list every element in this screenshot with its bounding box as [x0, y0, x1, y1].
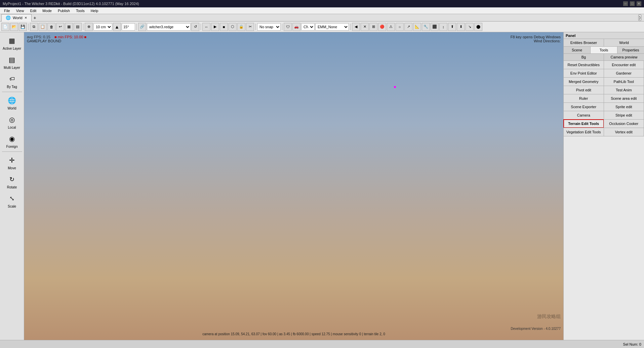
tb-extra-7[interactable]: ↗ — [404, 23, 412, 31]
menu-publish[interactable]: Publish — [55, 8, 73, 13]
tb-extra-8[interactable]: 📐 — [413, 23, 421, 31]
sidebar-multi-layer[interactable]: ▤ Multi Layer — [1, 53, 23, 71]
panel-tab-entities-browser[interactable]: Entities Browser — [564, 39, 604, 46]
tab-world[interactable]: 🌐 World ✕ — [1, 14, 32, 21]
panel-subtab-bg[interactable]: Bg — [564, 54, 604, 60]
entities-browser-label: Entities Browser — [570, 41, 597, 45]
sidebar-by-tag[interactable]: 🏷 By Tag — [1, 72, 23, 90]
panel-btn-merged-geometry[interactable]: Merged Geometry — [563, 77, 604, 86]
snap-toggle[interactable]: 🔒 — [237, 23, 245, 31]
panel-btn-encounter-edit[interactable]: Encounter edit — [604, 60, 644, 69]
panel-btn-occlusion-cooker[interactable]: Occlusion Cooker — [604, 119, 644, 128]
maximize-button[interactable]: □ — [630, 1, 635, 6]
separator-1 — [28, 24, 29, 30]
panel-subtabs: Scene Tools Properties — [564, 47, 644, 54]
sidebar-rotate[interactable]: ↻ Rotate — [1, 172, 23, 191]
toolbar: 📄 📂 💾 ⧉ 📋 🗑 ↩ ▦ ▤ ⊕ 10 cm 50 cm 1 m ▲ 🔗 … — [0, 21, 644, 32]
menu-file[interactable]: File — [1, 8, 13, 13]
viewport[interactable]: avg FPS: 0.15 ■ min FPS: 10.00 ■ GAMEPLA… — [24, 32, 563, 340]
tb-extra-15[interactable]: ⬤ — [474, 23, 482, 31]
menu-edit[interactable]: Edit — [27, 8, 39, 13]
emm-select[interactable]: EMM_None — [315, 23, 349, 31]
snap-angle-input[interactable] — [122, 23, 135, 31]
sidebar-world[interactable]: 🌐 World — [1, 93, 23, 112]
panel-collapse-button[interactable]: ⟩ — [638, 14, 641, 21]
tab-world-close[interactable]: ✕ — [25, 16, 27, 19]
menu-mode[interactable]: Mode — [40, 8, 54, 13]
sidebar-active-layer[interactable]: ▦ Active Layer — [1, 34, 23, 52]
panel-tab-world[interactable]: World — [604, 39, 644, 46]
sidebar-move[interactable]: ✛ Move — [1, 153, 23, 172]
paste-button[interactable]: 📋 — [39, 23, 47, 31]
menu-view[interactable]: View — [13, 8, 27, 13]
sidebar-scale[interactable]: ⤡ Scale — [1, 191, 23, 210]
snap-size-select[interactable]: 10 cm 50 cm 1 m — [93, 23, 112, 31]
toggle-button[interactable]: ⊕ — [85, 23, 93, 31]
stop-btn[interactable]: ■ — [220, 23, 228, 31]
cut-btn[interactable]: ✂ — [246, 23, 254, 31]
panel-btn-test-anim[interactable]: Test Anim — [604, 86, 644, 94]
save-button[interactable]: 💾 — [19, 23, 27, 31]
panel-btn-vertex-edit[interactable]: Vertex edit — [604, 128, 644, 136]
move-btn[interactable]: ↔ — [202, 23, 210, 31]
group-button[interactable]: ▦ — [65, 23, 73, 31]
panel-btn-scene-area-edit[interactable]: Scene area edit — [604, 94, 644, 103]
tb-extra-2[interactable]: ✕ — [361, 23, 369, 31]
scene-label: Scene — [572, 48, 582, 52]
cn-select[interactable]: CN — [301, 23, 315, 31]
tb-extra-10[interactable]: ⬛ — [431, 23, 439, 31]
new-button[interactable]: 📄 — [1, 23, 9, 31]
panel-btn-env-point-editor[interactable]: Env Point Editor — [563, 69, 604, 78]
tb-extra-6[interactable]: ○ — [396, 23, 404, 31]
tb-extra-4[interactable]: 🔴 — [378, 23, 386, 31]
panel-btn-reset-destructibles[interactable]: Reset Destructibles — [563, 60, 604, 69]
sidebar-local[interactable]: ◎ Local — [1, 113, 23, 131]
panel-subtab-camera-preview[interactable]: Camera preview — [604, 54, 644, 60]
open-button[interactable]: 📂 — [10, 23, 18, 31]
minimize-button[interactable]: ─ — [623, 1, 628, 6]
panel-btn-scene-exporter[interactable]: Scene Exporter — [563, 102, 604, 111]
copy-button[interactable]: ⧉ — [30, 23, 38, 31]
delete-button[interactable]: 🗑 — [47, 23, 55, 31]
snap-icon: ▲ — [113, 23, 121, 31]
panel-subtab-scene[interactable]: Scene — [564, 47, 591, 53]
sim-btn[interactable]: ⬡ — [229, 23, 237, 31]
separator-4 — [201, 24, 201, 30]
tb-extra-5[interactable]: ⚠ — [387, 23, 395, 31]
camera-preview-label: Camera preview — [610, 55, 637, 59]
redge-select[interactable]: witcher3.redge — [147, 23, 191, 31]
panel-btn-sprite-edit[interactable]: Sprite edit — [604, 102, 644, 111]
panel-btn-camera[interactable]: Camera — [563, 111, 604, 120]
panel-btn-terrain-edit-tools[interactable]: Terrain Edit Tools — [563, 119, 604, 128]
panel-btn-pathlib-tool[interactable]: PathLib Tool — [604, 77, 644, 86]
panel-subtab-properties[interactable]: Properties — [617, 47, 644, 53]
tb-extra-1[interactable]: ◀ — [352, 23, 360, 31]
menu-tools[interactable]: Tools — [73, 8, 87, 13]
panel-btn-stripe-edit[interactable]: Stripe edit — [604, 111, 644, 120]
redge-refresh[interactable]: ↺ — [191, 23, 199, 31]
close-button[interactable]: ✕ — [637, 1, 641, 6]
car-btn[interactable]: 🚗 — [292, 23, 300, 31]
undo-button[interactable]: ↩ — [56, 23, 64, 31]
add-tab-button[interactable]: + — [32, 15, 38, 20]
panel-btn-ruler[interactable]: Ruler — [563, 94, 604, 103]
panel-subtab-tools[interactable]: Tools — [591, 47, 617, 53]
tb-extra-14[interactable]: ↘ — [466, 23, 474, 31]
shield-btn[interactable]: 🛡 — [284, 23, 292, 31]
panel-subsubtabs: Bg Camera preview — [564, 54, 644, 61]
menu-help[interactable]: Help — [88, 8, 101, 13]
tb-extra-9[interactable]: 🔧 — [422, 23, 430, 31]
no-snap-select[interactable]: No snap — [257, 23, 281, 31]
local-label: Local — [8, 126, 16, 129]
panel-btn-gardener[interactable]: Gardener — [604, 69, 644, 78]
foreign-label: Foreign — [6, 145, 18, 148]
tb-extra-3[interactable]: ⊞ — [369, 23, 377, 31]
panel-btn-vegetation-edit-tools[interactable]: Vegetation Edit Tools — [563, 128, 604, 136]
tb-extra-13[interactable]: ⬇ — [457, 23, 465, 31]
sidebar-foreign[interactable]: ◉ Foreign — [1, 132, 23, 150]
run-btn[interactable]: ▶ — [211, 23, 219, 31]
tb-extra-12[interactable]: ⬆ — [448, 23, 456, 31]
tb-extra-11[interactable]: ↕ — [439, 23, 447, 31]
ungroup-button[interactable]: ▤ — [74, 23, 82, 31]
panel-btn-pivot-edit[interactable]: Pivot edit — [563, 86, 604, 94]
